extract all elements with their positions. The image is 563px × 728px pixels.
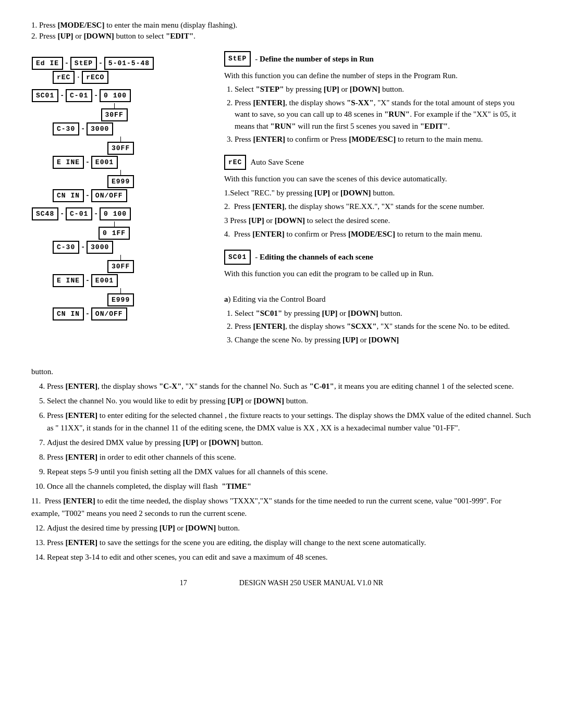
lcd-cnin-b: CN IN [53,307,84,320]
step-header: StEP - Define the number of steps in Run [224,51,532,67]
lcd-01ff: 0 1FF [99,227,130,240]
lcd-step-label: StEP [224,51,251,67]
intro-step-1: Press [MODE/ESC] to enter the main menu … [31,21,532,30]
body-item-13: Press [ENTER] to save the settings for t… [47,536,532,549]
c30-block: C-30 - 3000 30FF [32,122,134,155]
sc01-step-1: Select "SC01" by pressing [UP] or [DOWN]… [235,307,532,319]
cnin-row-a: CN IN - ON/OFF [53,189,134,202]
body-item-10: Once all the channels completed, the dis… [47,480,532,492]
lcd-eine-a: E INE [53,156,84,169]
lcd-0100b: 0 100 [100,207,131,220]
manual-title: DESIGN WASH 250 USER MANUAL V1.0 NR [239,579,383,587]
body-text: button. Press [ENTER], the display shows… [31,365,532,563]
lcd-c30a: C-30 [53,122,79,135]
lcd-step-top: StEP [70,57,97,70]
lcd-sc48: SC48 [32,207,58,220]
eine-sub-a: E999 [107,170,134,188]
lcd-3000b: 3000 [87,241,113,254]
step-intro: With this function you can define the nu… [224,70,532,82]
lcd-e999a: E999 [107,175,134,188]
rec-step-1: 1.Select "REC." by pressing [UP] or [DOW… [224,187,532,199]
step-step-3: Press [ENTER] to confirm or Press [MODE/… [235,133,532,145]
sc01-header: SC01 - Editing the channels of each scen… [224,250,532,265]
body-item-12: Adjust the desired time by pressing [UP]… [47,522,532,534]
sc01-sub1: 30FF [94,103,134,121]
step-step-1: Select "STEP" by pressing [UP] or [DOWN]… [235,83,532,95]
vline1 [114,103,115,108]
lcd-e001b: E001 [91,274,118,287]
main-layout: Ed IE - StEP - 5-01-5-48 rEC · rECO SC01 [31,51,532,355]
lcd-c01a: C-01 [66,89,92,102]
sc01-block: SC01 - C-01 - 0 100 30FF C-30 - 3000 [32,89,134,203]
left-diagram: Ed IE - StEP - 5-01-5-48 rEC · rECO SC01 [31,51,209,355]
rec-step-2: 2. Press [ENTER], the display shows "RE.… [224,201,532,213]
eine-block-b: E INE - E001 E999 [32,274,134,306]
sc48-sub1: 0 1FF [94,221,134,240]
body-item-9: Repeat steps 5-9 until you finish settin… [47,465,532,478]
c30-sub1: 30FF [107,137,134,155]
lcd-0100a: 0 100 [100,89,131,102]
rec-step-3: 3 Press [UP] or [DOWN] to select the des… [224,215,532,227]
body-item-6: Press [ENTER] to enter editing for the s… [47,409,532,434]
body-item-8: Press [ENTER] in order to edit other cha… [47,451,532,463]
eine-row-a: E INE - E001 [53,156,134,169]
body-item-11: 11. Press [ENTER] to edit the time neede… [31,495,532,520]
sc01-step-2: Press [ENTER], the display shows "SCXX",… [235,320,532,332]
lcd-edit: Ed IE [32,57,63,70]
lcd-3000a: 3000 [87,122,113,135]
body-list-2: Adjust the desired time by pressing [UP]… [47,522,532,563]
sc01-row: SC01 - C-01 - 0 100 [32,89,134,102]
step-title: - Define the number of steps in Run [255,53,374,65]
sc48-block: SC48 - C-01 - 0 100 0 1FF C-30 - 3000 [32,207,134,322]
eine-block-a: E INE - E001 E999 [32,156,134,188]
eine-row-b: E INE - E001 [53,274,134,287]
sc01-subsec-a: a) Editing via the Control Board [224,293,532,305]
lcd-sc01: SC01 [32,89,58,102]
cnin-block-b: CN IN - ON/OFF [32,307,134,320]
sc01-intro: With this function you can edit the prog… [224,268,532,280]
sc48-row: SC48 - C-01 - 0 100 [32,207,134,220]
rec-step-4: 4. Press [ENTER] to confirm or Press [MO… [224,228,532,240]
lcd-c01b: C-01 [66,207,92,220]
lcd-onoff-b: ON/OFF [91,307,127,320]
step-step-2: Press [ENTER], the display shows "S-XX",… [235,97,532,132]
page-footer: 17 DESIGN WASH 250 USER MANUAL V1.0 NR [31,579,532,587]
lcd-e001a: E001 [91,156,118,169]
lcd-30ff-a: 30FF [101,108,128,121]
rec-header: rEC Auto Save Scene [224,155,532,170]
lcd-c30b: C-30 [53,241,79,254]
cnin-row-b: CN IN - ON/OFF [53,307,134,320]
c30b-block: C-30 - 3000 30FF [32,241,134,273]
cnin-block-a: CN IN - ON/OFF [32,189,134,202]
right-panel: StEP - Define the number of steps in Run… [224,51,532,355]
body-item-5: Select the channel No. you would like to… [47,394,532,407]
lcd-eine-b: E INE [53,274,84,287]
sc01-step-3: Change the scene No. by pressing [UP] or… [235,334,532,346]
diagram-top-row: Ed IE - StEP - 5-01-5-48 [32,57,154,70]
body-btn-line: button. [31,365,532,378]
c30b-row: C-30 - 3000 [53,241,134,254]
lcd-onoff-a: ON/OFF [91,189,127,202]
lcd-e999b: E999 [107,293,134,306]
diagram: Ed IE - StEP - 5-01-5-48 rEC · rECO SC01 [31,51,209,327]
body-list: Press [ENTER], the display shows "C-X", … [47,380,532,492]
lcd-reco: rECO [82,71,108,84]
eine-sub-b: E999 [107,288,134,306]
body-item-4: Press [ENTER], the display shows "C-X", … [47,380,532,392]
lcd-sc01-label: SC01 [224,250,251,265]
sc01-steps: Select "SC01" by pressing [UP] or [DOWN]… [235,307,532,346]
lcd-30ff-c: 30FF [107,260,134,273]
rec-title: Auto Save Scene [250,156,303,168]
lcd-rec-label: rEC [224,155,246,170]
sc01-section: SC01 - Editing the channels of each scen… [224,250,532,346]
lcd-rec-top: rEC [53,71,75,84]
page-number: 17 [180,579,187,587]
intro-step-2: Press [UP] or [DOWN] button to select "E… [31,32,532,41]
body-item-7: Adjust the desired DMX value by pressing… [47,436,532,449]
body-item-14: Repeat step 3-14 to edit and other scene… [47,551,532,563]
rec-section: rEC Auto Save Scene With this function y… [224,155,532,240]
intro-list: Press [MODE/ESC] to enter the main menu … [31,21,532,41]
lcd-501548: 5-01-5-48 [104,57,154,70]
sc01-title: - Editing the channels of each scene [255,251,373,263]
step-steps: Select "STEP" by pressing [UP] or [DOWN]… [235,83,532,145]
